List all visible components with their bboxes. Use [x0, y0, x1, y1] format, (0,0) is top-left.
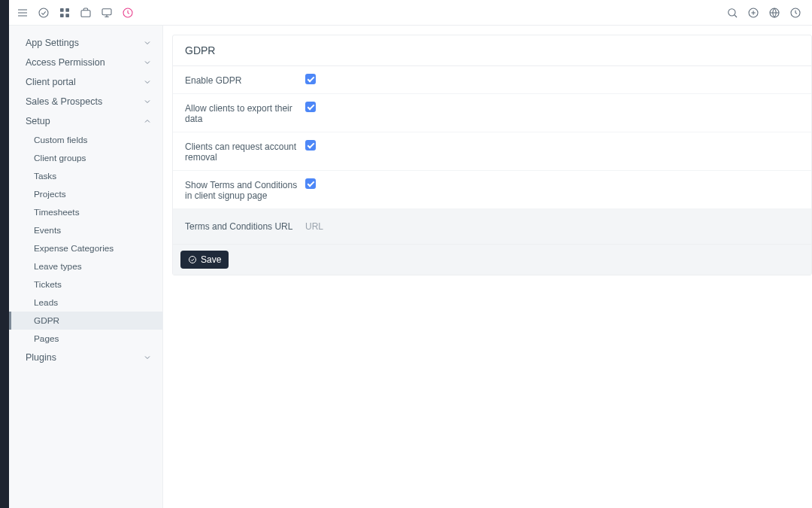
nav-section-label: App Settings	[26, 38, 79, 48]
collapsed-main-nav-rail[interactable]	[0, 0, 9, 508]
row-allow-export: Allow clients to export their data	[173, 94, 811, 132]
row-terms-url: Terms and Conditions URL	[173, 209, 811, 244]
content-area: GDPR Enable GDPR Allow clients to export…	[163, 26, 812, 508]
sidebar-item-gdpr[interactable]: GDPR	[9, 312, 162, 330]
page-title: GDPR	[173, 35, 811, 66]
nav-section-label: Setup	[26, 116, 50, 126]
svg-rect-5	[65, 8, 69, 12]
svg-point-3	[39, 8, 48, 17]
clock-icon[interactable]	[789, 7, 801, 19]
label-terms-url: Terms and Conditions URL	[185, 221, 305, 232]
nav-section-access-permission[interactable]: Access Permission	[9, 53, 162, 72]
chevron-down-icon	[143, 97, 152, 106]
nav-section-sales-prospects[interactable]: Sales & Prospects	[9, 92, 162, 111]
chevron-down-icon	[143, 58, 152, 67]
save-button-label: Save	[201, 254, 221, 265]
svg-line-14	[735, 15, 737, 17]
checkbox-enable-gdpr[interactable]	[305, 74, 316, 84]
monitor-icon[interactable]	[101, 7, 113, 19]
sidebar-item-tasks[interactable]: Tasks	[9, 167, 162, 185]
svg-rect-7	[65, 14, 69, 17]
plus-circle-icon[interactable]	[747, 7, 759, 19]
activity-icon[interactable]	[122, 7, 134, 19]
label-request-removal: Clients can request account removal	[185, 140, 305, 163]
sidebar-item-pages[interactable]: Pages	[9, 330, 162, 348]
checkbox-request-removal[interactable]	[305, 140, 316, 151]
card-footer: Save	[173, 244, 811, 275]
grid-icon[interactable]	[59, 7, 71, 19]
chevron-down-icon	[143, 78, 152, 87]
sidebar-item-timesheets[interactable]: Timesheets	[9, 203, 162, 221]
nav-section-setup[interactable]: Setup	[9, 111, 162, 131]
svg-rect-9	[102, 8, 111, 14]
svg-rect-6	[60, 14, 64, 17]
row-show-terms: Show Terms and Conditions in client sign…	[173, 171, 811, 209]
sidebar-item-custom-fields[interactable]: Custom fields	[9, 131, 162, 149]
row-enable-gdpr: Enable GDPR	[173, 66, 811, 94]
svg-rect-4	[60, 8, 64, 12]
nav-section-client-portal[interactable]: Client portal	[9, 72, 162, 92]
checkbox-allow-export[interactable]	[305, 102, 316, 112]
chevron-up-icon	[143, 117, 152, 126]
globe-icon[interactable]	[768, 7, 780, 19]
briefcase-icon[interactable]	[80, 7, 92, 19]
label-allow-export: Allow clients to export their data	[185, 102, 305, 124]
topbar	[9, 0, 812, 26]
label-enable-gdpr: Enable GDPR	[185, 74, 305, 86]
nav-section-label: Plugins	[26, 352, 56, 363]
setup-sublist: Custom fieldsClient groupsTasksProjectsT…	[9, 131, 162, 348]
nav-section-plugins[interactable]: Plugins	[9, 348, 162, 367]
gdpr-card: GDPR Enable GDPR Allow clients to export…	[172, 35, 812, 275]
svg-rect-8	[81, 10, 90, 17]
save-button[interactable]: Save	[180, 251, 229, 269]
svg-point-13	[729, 8, 735, 15]
chevron-down-icon	[143, 353, 152, 362]
chevron-down-icon	[143, 38, 152, 47]
nav-section-app-settings[interactable]: App Settings	[9, 33, 162, 53]
check-circle-icon	[188, 255, 197, 264]
label-show-terms: Show Terms and Conditions in client sign…	[185, 178, 305, 201]
nav-section-label: Client portal	[26, 77, 76, 87]
checkbox-show-terms[interactable]	[305, 178, 316, 189]
sidebar-item-leads[interactable]: Leads	[9, 294, 162, 312]
nav-section-label: Access Permission	[26, 57, 105, 68]
search-icon[interactable]	[726, 7, 738, 19]
sidebar-item-projects[interactable]: Projects	[9, 185, 162, 203]
sidebar-item-leave-types[interactable]: Leave types	[9, 257, 162, 275]
row-request-removal: Clients can request account removal	[173, 132, 811, 171]
sidebar-item-tickets[interactable]: Tickets	[9, 275, 162, 294]
svg-point-21	[189, 257, 196, 263]
sidebar-item-events[interactable]: Events	[9, 221, 162, 239]
nav-section-label: Sales & Prospects	[26, 96, 102, 107]
sidebar-item-client-groups[interactable]: Client groups	[9, 149, 162, 167]
input-terms-url[interactable]	[305, 218, 799, 235]
menu-icon[interactable]	[17, 7, 29, 19]
settings-sidebar: App SettingsAccess PermissionClient port…	[9, 26, 163, 508]
sidebar-item-expense-categories[interactable]: Expense Categories	[9, 239, 162, 257]
check-circle-icon[interactable]	[38, 7, 50, 19]
